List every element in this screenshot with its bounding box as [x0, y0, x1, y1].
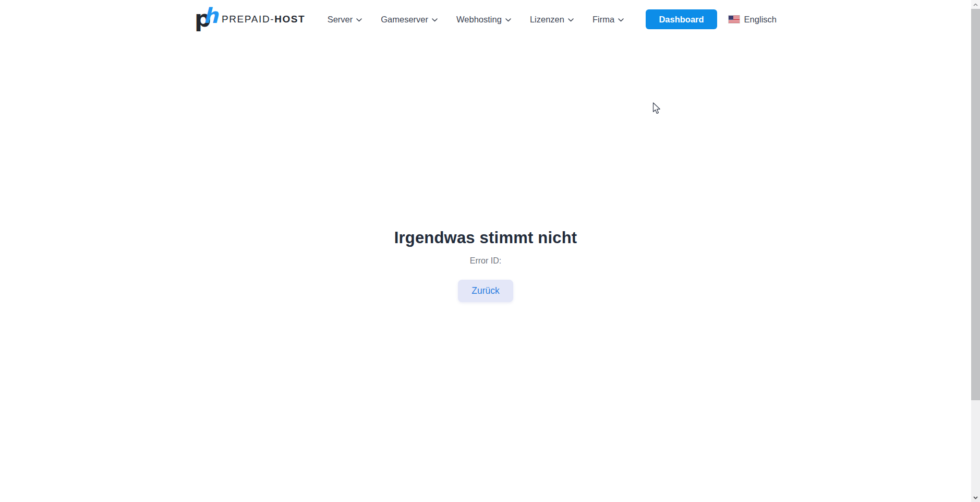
page-title: Irgendwas stimmt nicht [0, 229, 971, 247]
error-content: Irgendwas stimmt nicht Error ID: Zurück [0, 0, 971, 302]
scrollbar-down-arrow[interactable] [971, 493, 980, 502]
back-button[interactable]: Zurück [458, 280, 513, 302]
scrollbar-up-arrow[interactable] [971, 0, 980, 9]
vertical-scrollbar[interactable] [971, 0, 980, 502]
chevron-down-icon [973, 496, 978, 499]
error-id-label: Error ID: [0, 256, 971, 266]
chevron-up-icon [973, 3, 978, 6]
scrollbar-thumb[interactable] [971, 9, 980, 400]
page-viewport: p h PREPAID-HOST Server Gameserver Webho… [0, 0, 971, 502]
